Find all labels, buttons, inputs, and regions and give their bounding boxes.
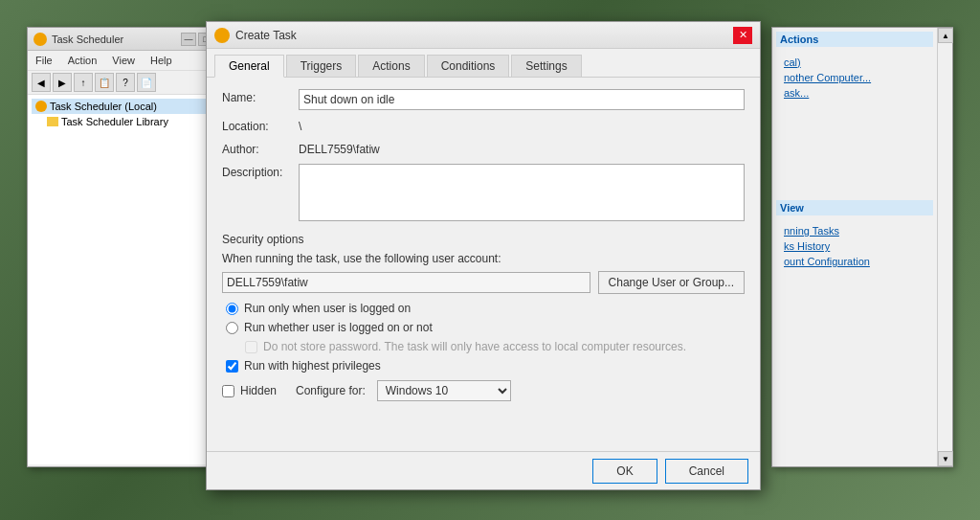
radio-logged-on[interactable]: [226, 303, 238, 315]
right-panel-content: Actions cal) nother Computer... ask... V…: [772, 28, 937, 277]
toolbar-back[interactable]: ◀: [32, 73, 51, 92]
tree-item-library-label: Task Scheduler Library: [61, 116, 168, 127]
action-item-task[interactable]: ask...: [776, 85, 933, 101]
tree-item-label: Task Scheduler (Local): [50, 101, 157, 112]
author-label: Author:: [222, 141, 299, 156]
toolbar-icon1[interactable]: 📋: [95, 73, 114, 92]
author-value: DELL7559\fatiw: [299, 141, 380, 156]
tab-general[interactable]: General: [214, 55, 284, 78]
tree-item-library[interactable]: Task Scheduler Library: [32, 114, 233, 129]
tabs-container: General Triggers Actions Conditions Sett…: [207, 49, 760, 78]
tree-item-icon: [35, 101, 47, 112]
location-value: \: [299, 118, 301, 133]
action-item-config[interactable]: ount Configuration: [776, 254, 933, 269]
hidden-checkbox-row: Hidden: [222, 384, 277, 397]
radio-whether-label[interactable]: Run whether user is logged on or not: [244, 321, 433, 334]
toolbar-icon2[interactable]: ?: [116, 73, 135, 92]
security-section-title: Security options: [222, 233, 745, 246]
create-task-dialog: Create Task ✕ General Triggers Actions C…: [206, 21, 761, 490]
description-input[interactable]: [299, 164, 745, 221]
toolbar-up[interactable]: ↑: [74, 73, 93, 92]
ts-minimize-btn[interactable]: —: [181, 33, 196, 46]
description-row: Description:: [222, 164, 745, 221]
no-password-checkbox[interactable]: [245, 341, 257, 353]
no-password-label: Do not store password. The task will onl…: [263, 340, 686, 353]
scrollbar-up[interactable]: ▲: [938, 28, 953, 43]
dialog-title-text: Create Task: [235, 29, 733, 42]
right-panel-section: Actions: [776, 32, 933, 47]
bottom-row: Hidden Configure for: Windows 10 Windows…: [222, 380, 745, 401]
menu-view[interactable]: View: [108, 53, 139, 68]
radio-whether-row: Run whether user is logged on or not: [222, 321, 745, 334]
ts-title-icon: [33, 33, 47, 46]
no-password-row: Do not store password. The task will onl…: [222, 340, 745, 353]
radio-logged-on-row: Run only when user is logged on: [222, 302, 745, 315]
hidden-checkbox[interactable]: [222, 385, 234, 397]
name-row: Name:: [222, 89, 745, 110]
ts-title-text: Task Scheduler: [52, 34, 181, 45]
menu-help[interactable]: Help: [146, 53, 176, 68]
description-label: Description:: [222, 164, 299, 179]
tab-actions[interactable]: Actions: [358, 55, 424, 77]
tree-folder-icon: [47, 117, 58, 126]
highest-privileges-label[interactable]: Run with highest privileges: [244, 359, 381, 373]
action-item-computer[interactable]: nother Computer...: [776, 70, 933, 85]
tab-settings[interactable]: Settings: [511, 55, 581, 77]
action-item-history[interactable]: ks History: [776, 238, 933, 254]
location-label: Location:: [222, 118, 299, 133]
dialog-footer: OK Cancel: [207, 451, 760, 489]
dialog-close-btn[interactable]: ✕: [733, 27, 752, 44]
name-input[interactable]: [299, 89, 745, 110]
tab-conditions[interactable]: Conditions: [427, 55, 510, 77]
scrollbar-down[interactable]: ▼: [938, 451, 953, 466]
user-account-row: Change User or Group...: [222, 271, 745, 294]
action-item-local[interactable]: cal): [776, 55, 933, 70]
toolbar-forward[interactable]: ▶: [53, 73, 72, 92]
dialog-title-icon: [214, 28, 230, 43]
dialog-body: Name: Location: \ Author: DELL7559\fatiw…: [207, 78, 760, 413]
change-user-btn[interactable]: Change User or Group...: [598, 271, 745, 294]
ok-button[interactable]: OK: [592, 459, 657, 484]
right-panel-section2: View: [776, 200, 933, 215]
action-item-running[interactable]: nning Tasks: [776, 223, 933, 238]
configure-select[interactable]: Windows 10 Windows 7, Windows 8, Windows…: [377, 380, 511, 401]
right-panel-scrollbar: ▲ ▼: [937, 28, 952, 466]
radio-whether[interactable]: [226, 322, 238, 334]
security-user-account-desc: When running the task, use the following…: [222, 252, 745, 265]
dialog-titlebar: Create Task ✕: [207, 22, 760, 49]
toolbar-icon3[interactable]: 📄: [137, 73, 156, 92]
hidden-label[interactable]: Hidden: [240, 384, 277, 397]
configure-label: Configure for:: [296, 384, 366, 397]
tab-triggers[interactable]: Triggers: [286, 55, 357, 77]
name-label: Name:: [222, 89, 299, 104]
highest-privileges-checkbox[interactable]: [226, 360, 238, 373]
menu-file[interactable]: File: [32, 53, 56, 68]
right-panel: ▲ ▼ Actions cal) nother Computer... ask.…: [771, 27, 953, 467]
highest-privileges-row: Run with highest privileges: [222, 359, 745, 373]
radio-logged-on-label[interactable]: Run only when user is logged on: [244, 302, 411, 315]
tree-item-local[interactable]: Task Scheduler (Local): [32, 99, 233, 114]
user-account-input[interactable]: [222, 272, 590, 293]
menu-action[interactable]: Action: [64, 53, 101, 68]
location-row: Location: \: [222, 118, 745, 133]
cancel-button[interactable]: Cancel: [665, 459, 748, 484]
author-row: Author: DELL7559\fatiw: [222, 141, 745, 156]
